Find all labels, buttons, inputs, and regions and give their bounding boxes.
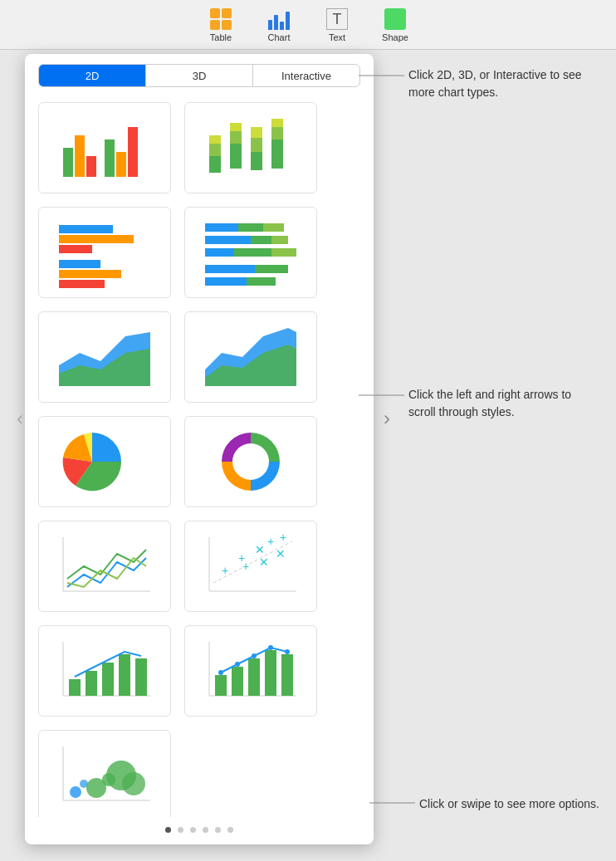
- chart-picker-panel: 2D 3D Interactive ‹ ›: [25, 54, 374, 844]
- chart-cell-pie-chart[interactable]: [38, 416, 171, 507]
- chart-cell-mixed-bar-chart[interactable]: [38, 625, 171, 717]
- svg-rect-18: [59, 225, 113, 233]
- chart-cell-bubble-chart[interactable]: [38, 730, 171, 817]
- svg-rect-19: [59, 235, 134, 243]
- toolbar-shape-label: Shape: [382, 32, 408, 42]
- chart-row-3: [38, 311, 360, 403]
- text-icon: T: [326, 8, 348, 30]
- svg-rect-12: [251, 152, 262, 170]
- svg-rect-58: [102, 663, 114, 696]
- svg-text:✕: ✕: [255, 543, 265, 556]
- svg-line-53: [213, 541, 292, 583]
- svg-rect-16: [271, 127, 283, 139]
- annotation-chart-types: Click 2D, 3D, or Interactive to see more…: [408, 66, 599, 101]
- svg-point-80: [122, 772, 145, 795]
- chart-cell-vertical-bar-grouped[interactable]: [38, 102, 171, 193]
- svg-rect-14: [251, 127, 262, 138]
- chart-row-6: [38, 625, 360, 717]
- svg-rect-59: [119, 654, 130, 696]
- svg-rect-56: [69, 679, 81, 696]
- chart-row-4: [38, 416, 360, 507]
- toolbar: Table Chart T Text Shape: [0, 0, 616, 50]
- toolbar-chart-label: Chart: [268, 32, 291, 42]
- nav-arrow-left[interactable]: ‹: [8, 407, 32, 430]
- svg-text:+: +: [242, 560, 249, 573]
- nav-arrow-right[interactable]: ›: [375, 407, 398, 430]
- svg-rect-32: [271, 248, 296, 257]
- svg-rect-8: [209, 135, 221, 144]
- annotation-scroll-arrows: Click the left and right arrows to scrol…: [408, 386, 599, 421]
- pagination-dot-3[interactable]: [190, 827, 196, 833]
- nav-left-arrow[interactable]: ‹: [25, 445, 27, 468]
- svg-rect-63: [215, 675, 227, 696]
- svg-rect-31: [234, 248, 271, 257]
- chart-cell-area-chart[interactable]: [38, 311, 171, 403]
- nav-right-arrow[interactable]: ›: [372, 445, 374, 468]
- chart-row-7: [38, 730, 360, 817]
- chart-row-2: [38, 207, 360, 298]
- svg-rect-35: [205, 277, 247, 286]
- chart-cell-line-chart[interactable]: [38, 521, 171, 612]
- chart-cell-mixed-bar-line[interactable]: [184, 625, 317, 717]
- chart-grid: ‹ ›: [25, 95, 374, 817]
- svg-rect-34: [255, 265, 288, 273]
- svg-point-69: [235, 662, 240, 667]
- toolbar-text-button[interactable]: T Text: [312, 8, 362, 42]
- svg-text:+: +: [222, 564, 228, 577]
- toolbar-shape-button[interactable]: Shape: [370, 8, 420, 42]
- chart-cell-vertical-bar-stacked[interactable]: [184, 102, 317, 193]
- svg-rect-29: [271, 236, 288, 244]
- svg-rect-30: [205, 248, 234, 257]
- svg-text:✕: ✕: [259, 555, 269, 569]
- toolbar-chart-button[interactable]: Chart: [254, 8, 304, 42]
- pagination-dot-5[interactable]: [215, 827, 221, 833]
- chart-row-1: [38, 102, 360, 193]
- svg-rect-26: [263, 223, 284, 232]
- svg-text:+: +: [267, 535, 274, 548]
- seg-btn-3d[interactable]: 3D: [146, 65, 253, 86]
- svg-rect-1: [75, 135, 85, 177]
- shape-icon: [384, 8, 406, 30]
- svg-rect-17: [271, 119, 283, 127]
- pagination-dot-6[interactable]: [227, 827, 233, 833]
- svg-text:+: +: [280, 531, 286, 544]
- svg-rect-57: [86, 671, 97, 696]
- svg-rect-15: [271, 139, 283, 169]
- chart-row-5: + + ✕ + ✕ + + ✕: [38, 521, 360, 612]
- annotation-swipe: Click or swipe to see more options.: [419, 795, 599, 813]
- svg-rect-33: [205, 265, 255, 273]
- pagination-dot-1[interactable]: [165, 827, 171, 833]
- pagination-dots: [25, 817, 374, 844]
- svg-rect-20: [59, 245, 92, 253]
- svg-point-72: [285, 649, 290, 654]
- chart-icon: [268, 8, 290, 30]
- toolbar-text-label: Text: [329, 32, 345, 42]
- chart-cell-area-chart-2[interactable]: [184, 311, 317, 403]
- pagination-dot-4[interactable]: [203, 827, 208, 833]
- svg-rect-0: [63, 148, 73, 177]
- chart-cell-horizontal-bar-stacked[interactable]: [184, 207, 317, 298]
- svg-rect-36: [247, 277, 276, 286]
- svg-rect-10: [230, 131, 242, 144]
- svg-point-68: [218, 670, 223, 675]
- svg-rect-25: [238, 223, 263, 232]
- svg-rect-2: [86, 156, 96, 177]
- svg-rect-64: [232, 667, 243, 696]
- svg-rect-3: [105, 139, 115, 177]
- svg-rect-65: [248, 658, 260, 696]
- chart-cell-horizontal-bar-grouped[interactable]: [38, 207, 171, 298]
- svg-rect-4: [116, 152, 126, 177]
- seg-btn-interactive[interactable]: Interactive: [253, 65, 359, 86]
- table-icon: [210, 8, 232, 30]
- svg-rect-27: [205, 236, 251, 244]
- toolbar-table-button[interactable]: Table: [196, 8, 246, 42]
- pagination-dot-2[interactable]: [178, 827, 183, 833]
- svg-rect-60: [135, 658, 147, 696]
- svg-rect-21: [59, 260, 100, 268]
- toolbar-table-label: Table: [210, 32, 232, 42]
- svg-rect-22: [59, 270, 121, 278]
- chart-cell-donut-chart[interactable]: [184, 416, 317, 507]
- seg-btn-2d[interactable]: 2D: [39, 65, 146, 86]
- chart-cell-scatter-chart[interactable]: + + ✕ + ✕ + + ✕: [184, 521, 317, 612]
- svg-rect-5: [128, 127, 138, 177]
